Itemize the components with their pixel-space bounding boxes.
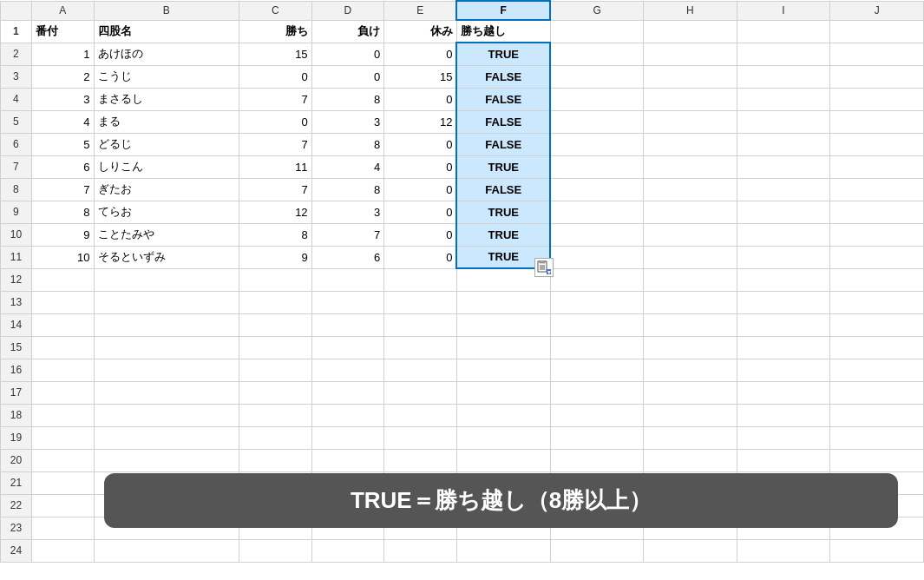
cell-c10[interactable]: 8 [239, 223, 311, 246]
row-num-20[interactable]: 20 [1, 449, 32, 471]
cell-c7[interactable]: 11 [239, 155, 311, 178]
row-num-13[interactable]: 13 [1, 291, 32, 313]
cell-G16[interactable] [550, 359, 644, 381]
cell-G14[interactable] [550, 313, 644, 336]
cell-C20[interactable] [239, 449, 311, 471]
cell-B16[interactable] [94, 359, 239, 381]
cell-f3[interactable]: FALSE [456, 65, 550, 88]
cell-j1[interactable] [830, 20, 924, 43]
cell-G19[interactable] [550, 426, 644, 449]
cell-c1[interactable]: 勝ち [239, 20, 311, 43]
paste-options-icon[interactable]: ▾ [534, 258, 554, 277]
cell-J13[interactable] [830, 291, 924, 313]
cell-g1[interactable] [550, 20, 644, 43]
cell-A20[interactable] [31, 449, 94, 471]
cell-E20[interactable] [384, 449, 457, 471]
col-header-f[interactable]: F [456, 1, 550, 20]
cell-f8[interactable]: FALSE [456, 178, 550, 201]
cell-I19[interactable] [737, 426, 830, 449]
cell-e9[interactable]: 0 [384, 201, 457, 223]
cell-F18[interactable] [456, 404, 550, 426]
cell-J18[interactable] [830, 404, 924, 426]
cell-g4[interactable] [550, 88, 644, 110]
row-num-2[interactable]: 2 [1, 43, 32, 65]
cell-d4[interactable]: 8 [311, 88, 384, 110]
row-num-9[interactable]: 9 [1, 201, 32, 223]
cell-c4[interactable]: 7 [239, 88, 311, 110]
cell-F20[interactable] [456, 449, 550, 471]
cell-d6[interactable]: 8 [311, 133, 384, 155]
cell-C14[interactable] [239, 313, 311, 336]
cell-h11[interactable] [644, 246, 737, 268]
cell-e2[interactable]: 0 [384, 43, 457, 65]
cell-F24[interactable] [456, 539, 550, 562]
cell-E24[interactable] [384, 539, 457, 562]
cell-i8[interactable] [737, 178, 830, 201]
cell-G17[interactable] [550, 381, 644, 404]
row-num-3[interactable]: 3 [1, 65, 32, 88]
cell-E19[interactable] [384, 426, 457, 449]
cell-i6[interactable] [737, 133, 830, 155]
col-header-i[interactable]: I [737, 1, 830, 20]
cell-E12[interactable] [384, 268, 457, 291]
col-header-c[interactable]: C [239, 1, 311, 20]
cell-G15[interactable] [550, 336, 644, 359]
cell-j11[interactable] [830, 246, 924, 268]
cell-j9[interactable] [830, 201, 924, 223]
cell-D13[interactable] [311, 291, 384, 313]
row-num-14[interactable]: 14 [1, 313, 32, 336]
cell-F19[interactable] [456, 426, 550, 449]
cell-J12[interactable] [830, 268, 924, 291]
cell-d1[interactable]: 負け [311, 20, 384, 43]
cell-j5[interactable] [830, 110, 924, 133]
cell-I12[interactable] [737, 268, 830, 291]
cell-D12[interactable] [311, 268, 384, 291]
cell-C12[interactable] [239, 268, 311, 291]
cell-d5[interactable]: 3 [311, 110, 384, 133]
cell-b9[interactable]: てらお [94, 201, 239, 223]
col-header-h[interactable]: H [644, 1, 737, 20]
cell-a8[interactable]: 7 [31, 178, 94, 201]
cell-e8[interactable]: 0 [384, 178, 457, 201]
cell-b2[interactable]: あけほの [94, 43, 239, 65]
cell-A14[interactable] [31, 313, 94, 336]
cell-I20[interactable] [737, 449, 830, 471]
cell-e4[interactable]: 0 [384, 88, 457, 110]
cell-c8[interactable]: 7 [239, 178, 311, 201]
cell-F17[interactable] [456, 381, 550, 404]
cell-b4[interactable]: まさるし [94, 88, 239, 110]
cell-F13[interactable] [456, 291, 550, 313]
cell-E15[interactable] [384, 336, 457, 359]
cell-d11[interactable]: 6 [311, 246, 384, 268]
cell-i1[interactable] [737, 20, 830, 43]
cell-D17[interactable] [311, 381, 384, 404]
cell-b7[interactable]: しりこん [94, 155, 239, 178]
cell-b10[interactable]: ことたみや [94, 223, 239, 246]
col-header-e[interactable]: E [384, 1, 457, 20]
cell-b8[interactable]: ぎたお [94, 178, 239, 201]
cell-a4[interactable]: 3 [31, 88, 94, 110]
col-header-j[interactable]: J [830, 1, 924, 20]
cell-c5[interactable]: 0 [239, 110, 311, 133]
cell-B14[interactable] [94, 313, 239, 336]
cell-f6[interactable]: FALSE [456, 133, 550, 155]
cell-g2[interactable] [550, 43, 644, 65]
cell-c3[interactable]: 0 [239, 65, 311, 88]
cell-i3[interactable] [737, 65, 830, 88]
cell-j2[interactable] [830, 43, 924, 65]
cell-e1[interactable]: 休み [384, 20, 457, 43]
cell-a9[interactable]: 8 [31, 201, 94, 223]
cell-A24[interactable] [31, 539, 94, 562]
cell-a10[interactable]: 9 [31, 223, 94, 246]
cell-A22[interactable] [31, 494, 94, 517]
cell-J17[interactable] [830, 381, 924, 404]
cell-B24[interactable] [94, 539, 239, 562]
cell-f2[interactable]: TRUE [456, 43, 550, 65]
cell-A23[interactable] [31, 517, 94, 539]
cell-G13[interactable] [550, 291, 644, 313]
cell-g9[interactable] [550, 201, 644, 223]
cell-H18[interactable] [644, 404, 737, 426]
cell-j8[interactable] [830, 178, 924, 201]
cell-e6[interactable]: 0 [384, 133, 457, 155]
cell-e10[interactable]: 0 [384, 223, 457, 246]
